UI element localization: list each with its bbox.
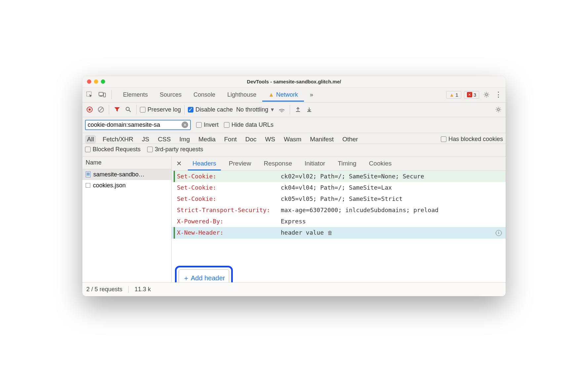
error-icon: ✕ (467, 92, 472, 97)
checkbox-icon (85, 147, 91, 152)
info-icon[interactable]: i (494, 227, 504, 238)
detail-tab-response[interactable]: Response (259, 157, 297, 170)
checkbox-icon (140, 107, 146, 113)
warning-icon: ▲ (268, 91, 274, 98)
type-chip[interactable]: Media (196, 135, 218, 144)
header-row[interactable]: Strict-Transport-Security: max-age=63072… (172, 205, 506, 216)
checkbox-icon (147, 147, 153, 152)
status-bar: 2 / 5 requests 11.3 k (82, 282, 506, 296)
kebab-menu-icon[interactable]: ⋮ (494, 90, 503, 99)
svg-rect-1 (99, 92, 103, 96)
type-chip[interactable]: Img (177, 135, 192, 144)
warning-icon: ▲ (449, 92, 454, 98)
header-name: Set-Cookie: (175, 171, 281, 182)
header-name: X-Powered-By: (175, 216, 281, 227)
type-chip[interactable]: CSS (156, 135, 173, 144)
file-icon (86, 183, 90, 188)
tab-console[interactable]: Console (188, 88, 221, 102)
svg-line-10 (129, 110, 131, 112)
request-list: Name samesite-sandbo… cookies.json (82, 157, 172, 282)
third-party-checkbox[interactable]: 3rd-party requests (147, 146, 203, 153)
search-icon[interactable] (124, 105, 133, 114)
header-value[interactable]: header value 🗑 (281, 227, 494, 238)
header-row[interactable]: Set-Cookie: ck02=vl02; Path=/; SameSite=… (172, 171, 506, 182)
tab-network[interactable]: ▲ Network (262, 88, 304, 102)
upload-har-icon[interactable] (293, 105, 303, 114)
invert-checkbox[interactable]: Invert (196, 121, 219, 128)
clear-button[interactable] (96, 105, 105, 114)
filter-input[interactable] (88, 121, 182, 128)
tab-lighthouse[interactable]: Lighthouse (221, 88, 262, 102)
svg-point-9 (126, 107, 129, 111)
settings-icon[interactable] (482, 90, 491, 99)
type-chip[interactable]: Other (340, 135, 360, 144)
plus-icon: ＋ (183, 272, 189, 282)
header-name: Set-Cookie: (175, 193, 281, 205)
detail-tab-initiator[interactable]: Initiator (300, 157, 330, 170)
resource-type-filters: All Fetch/XHR JS CSS Img Media Font Doc … (82, 133, 506, 144)
filter-row: ✕ Invert Hide data URLs (82, 117, 506, 133)
network-settings-icon[interactable] (494, 105, 503, 114)
type-chip-all[interactable]: All (85, 135, 96, 144)
errors-badge[interactable]: ✕ 3 (464, 91, 479, 99)
type-chip[interactable]: Doc (243, 135, 259, 144)
has-blocked-cookies-checkbox[interactable]: Has blocked cookies (441, 136, 503, 143)
chevron-down-icon: ▾ (271, 106, 274, 113)
network-conditions-icon[interactable] (277, 105, 286, 114)
type-chip[interactable]: Manifest (308, 135, 336, 144)
more-tabs-button[interactable]: » (304, 88, 319, 102)
document-icon (86, 171, 91, 177)
header-row-editable[interactable]: X-New-Header: header value 🗑 i (172, 227, 506, 238)
network-toolbar: Preserve log ✓ Disable cache No throttli… (82, 103, 506, 117)
detail-tab-cookies[interactable]: Cookies (364, 157, 397, 170)
blocked-requests-checkbox[interactable]: Blocked Requests (85, 146, 141, 153)
type-chip[interactable]: Fetch/XHR (101, 135, 135, 144)
inspect-element-icon[interactable] (85, 90, 94, 99)
hide-data-urls-checkbox[interactable]: Hide data URLs (224, 121, 273, 128)
close-details-icon[interactable]: ✕ (174, 160, 185, 167)
svg-rect-2 (100, 96, 103, 97)
filter-toggle-icon[interactable] (112, 105, 122, 114)
svg-line-8 (99, 108, 103, 112)
svg-rect-3 (104, 93, 105, 97)
header-name[interactable]: X-New-Header: (175, 227, 281, 238)
resource-type-filters-2: Blocked Requests 3rd-party requests (82, 144, 506, 157)
devtools-window: DevTools - samesite-sandbox.glitch.me/ E… (82, 76, 506, 296)
disable-cache-checkbox[interactable]: ✓ Disable cache (188, 106, 233, 113)
request-list-header: Name (82, 157, 171, 169)
tab-elements[interactable]: Elements (117, 88, 154, 102)
header-row[interactable]: Set-Cookie: ck04=vl04; Path=/; SameSite=… (172, 182, 506, 193)
header-name: Set-Cookie: (175, 182, 281, 193)
warnings-badge[interactable]: ▲ 1 (446, 91, 461, 99)
record-button[interactable] (85, 105, 94, 114)
device-toggle-icon[interactable] (98, 90, 107, 99)
panel-tabs-bar: Elements Sources Console Lighthouse ▲ Ne… (82, 87, 506, 103)
type-chip[interactable]: JS (140, 135, 151, 144)
headers-pane: Set-Cookie: ck02=vl02; Path=/; SameSite=… (172, 171, 506, 282)
detail-tab-timing[interactable]: Timing (333, 157, 361, 170)
detail-tabs: ✕ Headers Preview Response Initiator Tim… (172, 157, 506, 171)
detail-tab-headers[interactable]: Headers (188, 157, 221, 170)
header-row[interactable]: X-Powered-By: Express (172, 216, 506, 227)
request-row[interactable]: samesite-sandbo… (82, 169, 171, 180)
throttling-select[interactable]: No throttling ▾ (235, 106, 275, 113)
preserve-log-checkbox[interactable]: Preserve log (140, 106, 181, 113)
clear-filter-icon[interactable]: ✕ (182, 121, 188, 128)
type-chip[interactable]: Font (222, 135, 239, 144)
header-value: max-age=63072000; inlcudeSubdomains; pre… (281, 205, 494, 216)
window-title: DevTools - samesite-sandbox.glitch.me/ (82, 79, 506, 84)
svg-point-4 (485, 94, 487, 96)
header-row[interactable]: Set-Cookie: ck05=vl05; Path=/; SameSite=… (172, 193, 506, 205)
add-header-button[interactable]: ＋ Add header (179, 269, 229, 282)
checkbox-checked-icon: ✓ (188, 107, 193, 113)
status-size: 11.3 k (135, 286, 157, 293)
tab-sources[interactable]: Sources (154, 88, 188, 102)
request-row[interactable]: cookies.json (82, 180, 171, 191)
request-details: ✕ Headers Preview Response Initiator Tim… (172, 157, 506, 282)
svg-point-12 (497, 109, 499, 111)
download-har-icon[interactable] (305, 105, 314, 114)
type-chip[interactable]: WS (263, 135, 277, 144)
trash-icon[interactable]: 🗑 (327, 230, 333, 236)
type-chip[interactable]: Wasm (282, 135, 303, 144)
detail-tab-preview[interactable]: Preview (224, 157, 256, 170)
